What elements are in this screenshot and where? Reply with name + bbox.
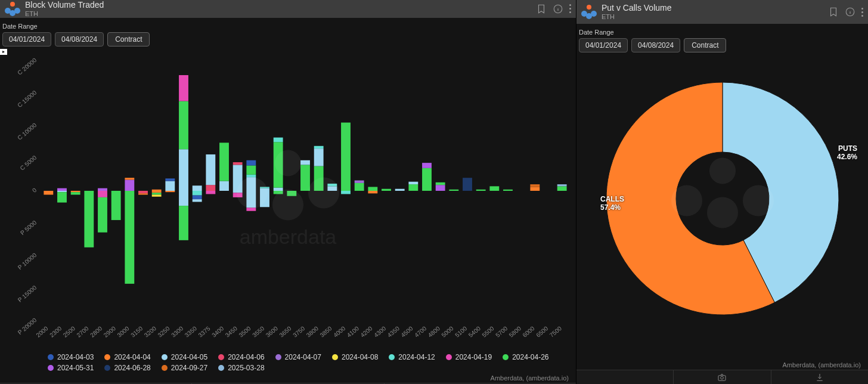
svg-text:5100: 5100 xyxy=(454,325,468,339)
info-icon[interactable] xyxy=(553,4,563,14)
svg-rect-64 xyxy=(260,188,269,191)
svg-rect-90 xyxy=(422,163,432,168)
legend-item[interactable]: 2024-04-19 xyxy=(446,353,492,361)
contract-button[interactable]: Contract xyxy=(684,38,726,52)
donut-chart-area: CALLS57.4% PUTS42.6% xyxy=(576,55,868,360)
svg-rect-20 xyxy=(57,192,67,202)
contract-button[interactable]: Contract xyxy=(107,32,150,47)
svg-rect-94 xyxy=(463,178,472,191)
legend-item[interactable]: 2024-04-12 xyxy=(389,353,435,361)
svg-rect-70 xyxy=(274,191,283,194)
svg-text:C 20000: C 20000 xyxy=(16,57,38,76)
svg-text:5500: 5500 xyxy=(481,325,495,339)
svg-rect-56 xyxy=(233,191,243,193)
svg-rect-43 xyxy=(179,191,188,206)
expand-toggle[interactable]: ▸ xyxy=(0,49,7,55)
svg-rect-21 xyxy=(71,191,80,192)
panel-title: Put v Calls Volume xyxy=(602,3,828,13)
filter-bar: Date Range 04/01/2024 04/08/2024 Contrac… xyxy=(576,24,868,55)
svg-rect-53 xyxy=(219,143,229,181)
svg-rect-29 xyxy=(125,178,134,179)
svg-rect-88 xyxy=(408,182,418,184)
bookmark-icon[interactable] xyxy=(536,4,547,14)
svg-text:4000: 4000 xyxy=(332,325,346,339)
screenshot-button[interactable] xyxy=(674,370,771,384)
legend-item[interactable]: 2024-05-31 xyxy=(48,364,94,372)
legend-item[interactable]: 2024-04-08 xyxy=(332,353,378,361)
amberdata-logo-icon xyxy=(5,2,20,16)
panel-title: Block Volume Traded xyxy=(25,0,536,10)
svg-text:3250: 3250 xyxy=(157,325,171,339)
legend-item[interactable]: 2024-04-04 xyxy=(104,353,150,361)
more-menu-icon[interactable] xyxy=(861,8,863,17)
svg-rect-46 xyxy=(193,191,202,196)
date-end-input[interactable]: 04/08/2024 xyxy=(55,32,104,47)
svg-text:2900: 2900 xyxy=(103,325,117,339)
svg-text:C 5000: C 5000 xyxy=(19,154,38,171)
legend-item[interactable]: 2025-03-28 xyxy=(218,364,264,372)
svg-rect-54 xyxy=(233,165,243,191)
svg-rect-37 xyxy=(165,181,175,191)
svg-rect-87 xyxy=(408,184,418,191)
svg-rect-85 xyxy=(382,189,391,191)
svg-rect-81 xyxy=(355,183,364,191)
legend-item[interactable]: 2024-04-26 xyxy=(503,353,548,361)
svg-rect-91 xyxy=(436,185,445,191)
block-volume-bar-chart[interactable]: C 20000C 15000C 10000C 50000P 5000P 1000… xyxy=(0,49,576,351)
date-range-label: Date Range xyxy=(2,23,574,30)
svg-rect-41 xyxy=(179,101,188,150)
info-icon[interactable] xyxy=(845,7,855,17)
svg-rect-83 xyxy=(368,187,377,191)
svg-text:3800: 3800 xyxy=(305,325,320,339)
svg-text:3300: 3300 xyxy=(170,325,184,339)
legend-item[interactable]: 2024-04-05 xyxy=(162,353,207,361)
svg-text:3200: 3200 xyxy=(143,325,157,339)
download-button[interactable] xyxy=(771,370,868,384)
svg-rect-63 xyxy=(246,208,256,210)
date-start-input[interactable]: 04/01/2024 xyxy=(579,38,628,52)
legend-item[interactable]: 2024-04-06 xyxy=(218,353,264,361)
legend-item[interactable]: 2024-06-28 xyxy=(104,364,150,372)
svg-rect-35 xyxy=(152,193,162,194)
put-calls-donut-chart[interactable] xyxy=(603,82,842,333)
svg-rect-33 xyxy=(152,190,162,191)
svg-text:5700: 5700 xyxy=(494,325,509,339)
svg-rect-26 xyxy=(98,197,107,233)
svg-rect-57 xyxy=(233,193,243,197)
svg-text:3850: 3850 xyxy=(319,325,333,339)
svg-rect-45 xyxy=(193,185,202,191)
svg-text:C 10000: C 10000 xyxy=(16,122,38,141)
date-end-input[interactable]: 04/08/2024 xyxy=(631,38,680,52)
svg-text:3500: 3500 xyxy=(238,325,252,339)
svg-rect-68 xyxy=(274,142,283,187)
panel-subtitle: ETH xyxy=(25,10,536,18)
svg-text:3000: 3000 xyxy=(116,325,131,339)
svg-rect-84 xyxy=(368,191,377,193)
svg-rect-58 xyxy=(246,177,256,191)
svg-text:4350: 4350 xyxy=(386,325,401,339)
svg-rect-52 xyxy=(219,181,229,191)
legend-item[interactable]: 2024-09-27 xyxy=(162,364,207,372)
svg-text:P 15000: P 15000 xyxy=(17,284,38,304)
svg-text:3150: 3150 xyxy=(129,325,144,339)
svg-rect-24 xyxy=(98,188,107,191)
svg-rect-23 xyxy=(84,191,94,247)
amberdata-logo-icon xyxy=(581,5,597,19)
more-menu-icon[interactable] xyxy=(569,4,571,13)
svg-rect-22 xyxy=(71,192,80,194)
legend-item[interactable]: 2024-04-03 xyxy=(48,353,94,361)
date-start-input[interactable]: 04/01/2024 xyxy=(2,32,51,47)
svg-rect-73 xyxy=(300,160,310,165)
svg-text:2700: 2700 xyxy=(76,325,90,339)
legend-item[interactable]: 2024-04-07 xyxy=(275,353,321,361)
chart-legend: 2024-04-032024-04-042024-04-052024-04-06… xyxy=(0,351,576,373)
svg-rect-74 xyxy=(314,166,324,191)
svg-rect-66 xyxy=(260,191,269,207)
svg-text:P 10000: P 10000 xyxy=(17,252,38,271)
svg-rect-32 xyxy=(138,193,148,194)
svg-text:6500: 6500 xyxy=(535,325,549,339)
svg-text:6000: 6000 xyxy=(522,325,536,339)
put-calls-panel: Put v Calls Volume ETH Date Range 04/01/… xyxy=(576,0,868,384)
svg-text:3400: 3400 xyxy=(210,325,225,339)
bookmark-icon[interactable] xyxy=(828,7,839,17)
